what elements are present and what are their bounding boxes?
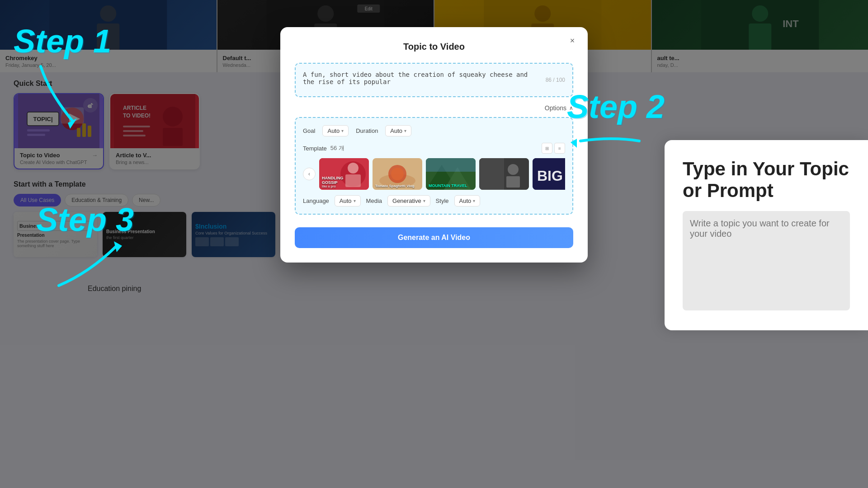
lang-media-style-row: Language Auto ▾ Media Generative ▾ Style… bbox=[303, 195, 565, 206]
right-panel: Type in Your Topic or Prompt bbox=[665, 140, 868, 330]
step-1-text: Step 1 bbox=[14, 25, 111, 57]
step-1-annotation: Step 1 bbox=[14, 25, 111, 131]
template-item-2[interactable]: Tomato Spaghetti Vlog bbox=[373, 158, 422, 190]
svg-text:BIG M: BIG M bbox=[537, 168, 565, 184]
goal-value: Auto bbox=[327, 127, 340, 134]
style-select[interactable]: Auto ▾ bbox=[454, 195, 481, 206]
media-label: Media bbox=[366, 197, 382, 204]
goal-duration-row: Goal Auto ▾ Duration Auto ▾ bbox=[303, 125, 565, 136]
template-list-view-icon[interactable]: ≡ bbox=[554, 143, 565, 154]
language-chevron-icon: ▾ bbox=[354, 198, 356, 203]
media-select[interactable]: Generative ▾ bbox=[387, 195, 430, 206]
step-3-text: Step 3 bbox=[36, 203, 136, 236]
template-2-label: Tomato Spaghetti Vlog bbox=[373, 182, 422, 190]
language-label: Language bbox=[303, 197, 329, 204]
duration-label: Duration bbox=[356, 127, 378, 134]
char-count: 86 / 100 bbox=[546, 77, 565, 83]
svg-point-38 bbox=[348, 163, 359, 174]
svg-point-50 bbox=[508, 164, 519, 175]
template-item-1[interactable]: HANDLING GOSSIP like a pro bbox=[319, 158, 369, 190]
goal-label: Goal bbox=[303, 127, 315, 134]
svg-rect-49 bbox=[479, 158, 504, 190]
style-label: Style bbox=[436, 197, 449, 204]
options-toggle[interactable]: Options ∧ bbox=[295, 104, 573, 112]
template-count: 56 개 bbox=[330, 144, 344, 152]
svg-marker-55 bbox=[571, 139, 577, 148]
template-1-label: HANDLING GOSSIP like a pro bbox=[319, 174, 369, 190]
duration-select[interactable]: Auto ▾ bbox=[385, 125, 411, 136]
topic-input[interactable]: A fun, short video about the creation of… bbox=[303, 71, 540, 89]
template-view-icons: ⊞ ≡ bbox=[542, 143, 565, 154]
step-2-arrow bbox=[567, 123, 648, 159]
options-panel: Goal Auto ▾ Duration Auto ▾ Template 56 … bbox=[295, 117, 573, 215]
media-chevron-icon: ▾ bbox=[423, 198, 425, 203]
generate-ai-video-button[interactable]: Generate an AI Video bbox=[295, 227, 573, 248]
svg-point-43 bbox=[391, 168, 404, 180]
language-select[interactable]: Auto ▾ bbox=[335, 195, 361, 206]
style-value: Auto bbox=[459, 197, 472, 204]
template-item-3[interactable]: MOUNTAIN TRAVEL bbox=[426, 158, 476, 190]
svg-rect-47 bbox=[426, 158, 476, 172]
style-chevron-icon: ▾ bbox=[473, 198, 475, 203]
template-5-svg: BIG M bbox=[533, 158, 565, 190]
modal-close-button[interactable]: × bbox=[566, 34, 579, 47]
template-item-4[interactable] bbox=[479, 158, 529, 190]
options-label: Options bbox=[545, 104, 566, 112]
template-grid-view-icon[interactable]: ⊞ bbox=[542, 143, 552, 154]
duration-value: Auto bbox=[390, 127, 402, 134]
step-3-annotation: Step 3 bbox=[36, 203, 136, 292]
goal-select[interactable]: Auto ▾ bbox=[322, 125, 349, 136]
template-grid-modal: ‹ HANDLING GOSSIP like a pro bbox=[303, 158, 565, 190]
template-3-label: MOUNTAIN TRAVEL bbox=[426, 182, 476, 190]
media-value: Generative bbox=[392, 197, 421, 204]
svg-rect-51 bbox=[506, 176, 520, 188]
right-panel-title: Type in Your Topic or Prompt bbox=[683, 158, 850, 202]
right-panel-textarea[interactable] bbox=[683, 211, 850, 310]
duration-chevron-icon: ▾ bbox=[404, 128, 406, 133]
step-2-annotation: Step 2 bbox=[567, 90, 665, 161]
modal-title: Topic to Video bbox=[295, 42, 573, 52]
template-item-5[interactable]: BIG M bbox=[533, 158, 565, 190]
template-4-svg bbox=[479, 158, 529, 190]
template-prev-button[interactable]: ‹ bbox=[303, 168, 316, 180]
topic-to-video-modal: × Topic to Video A fun, short video abou… bbox=[280, 27, 588, 263]
step-1-arrow bbox=[14, 57, 104, 130]
template-row-label: Template bbox=[303, 145, 327, 152]
template-row-header: Template 56 개 ⊞ ≡ bbox=[303, 143, 565, 154]
goal-chevron-icon: ▾ bbox=[341, 128, 344, 133]
step-3-arrow bbox=[36, 236, 136, 290]
topic-input-area: A fun, short video about the creation of… bbox=[295, 63, 573, 97]
language-value: Auto bbox=[340, 197, 352, 204]
step-2-text: Step 2 bbox=[567, 90, 665, 123]
